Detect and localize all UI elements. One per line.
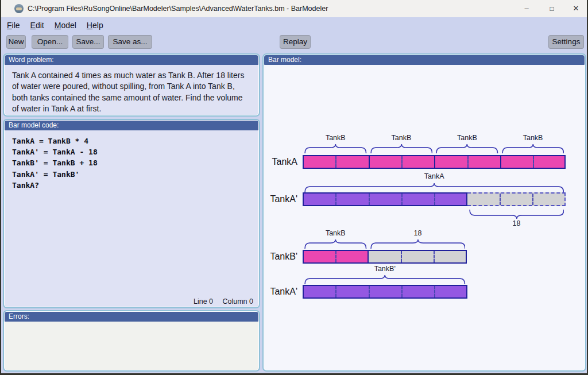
bar-divider-dashed (467, 156, 469, 168)
bar-model-canvas: TankATankBTankBTankBTankBTankA'TankA18Ta… (264, 55, 585, 370)
bar-row-label: TankB' (264, 252, 297, 262)
bar-divider-dashed (369, 286, 370, 297)
status-column: Column 0 (223, 297, 254, 306)
bar-model-code-panel: Bar model code: TankA = TankB * 4 TankA'… (3, 119, 260, 308)
code-line: TankA? (12, 180, 251, 191)
brace-above (304, 144, 367, 153)
bar-segment (369, 250, 467, 264)
brace-above (304, 183, 564, 192)
brace-above (370, 239, 466, 249)
brace-label: TankA (303, 172, 566, 180)
bar-divider-dashed (434, 286, 435, 297)
brace-label: 18 (369, 229, 467, 237)
errors-panel: Errors: (3, 310, 260, 372)
code-line: TankB' = TankB + 18 (12, 157, 251, 168)
brace-label: TankB (500, 134, 566, 142)
bar-divider-dashed (335, 286, 336, 297)
brace-label: TankB (369, 134, 435, 142)
errors-body (5, 322, 258, 370)
bar-segment (303, 192, 467, 206)
cursor-position-status: Line 0 Column 0 (186, 297, 253, 306)
close-button[interactable]: ✕ (566, 0, 586, 17)
bar-divider-solid (369, 156, 370, 168)
word-problem-text: Tank A contained 4 times as much water a… (5, 65, 258, 119)
bar-model-code-header: Bar model code: (5, 121, 258, 130)
brace-label: 18 (467, 219, 566, 227)
bar-divider-dashed (434, 251, 435, 262)
bar-segment (303, 285, 467, 299)
titlebar: C:\Program Files\RuSongOnline\BarModeler… (1, 0, 587, 17)
open-button[interactable]: Open... (32, 35, 68, 49)
window-title: C:\Program Files\RuSongOnline\BarModeler… (28, 5, 328, 13)
errors-header: Errors: (5, 312, 258, 322)
bar-divider-dashed (369, 194, 370, 205)
brace-label: TankB (434, 134, 500, 142)
settings-button[interactable]: Settings (548, 35, 584, 49)
code-line: TankA' = TankB' (12, 169, 251, 180)
bar-divider-dashed (401, 251, 402, 262)
brace-below (469, 210, 564, 219)
code-line: TankA' = TankA - 18 (12, 146, 251, 157)
menu-item-help[interactable]: Help (82, 19, 109, 32)
maximize-button[interactable]: □ (542, 0, 562, 17)
bar-divider-dashed (401, 286, 403, 297)
code-editor[interactable]: TankA = TankB * 4 TankA' = TankA - 18 Ta… (5, 130, 258, 307)
bar-row-label: TankA' (264, 194, 297, 204)
brace-above (436, 144, 498, 153)
brace-above (304, 239, 367, 249)
menu-item-file[interactable]: File (2, 19, 25, 32)
brace-label: TankB' (303, 265, 467, 273)
code-line: TankA = TankB * 4 (12, 136, 251, 146)
app-icon (14, 4, 24, 13)
menu-item-model[interactable]: Model (49, 19, 82, 32)
bar-row-label: TankA (264, 157, 297, 167)
bar-divider-dashed (335, 194, 336, 205)
bar-divider-dashed (532, 194, 533, 205)
bar-divider-dashed (401, 156, 403, 168)
menu-item-edit[interactable]: Edit (25, 19, 49, 32)
word-problem-header: Word problem: (5, 55, 258, 65)
bar-model-panel: Bar model: TankATankBTankBTankBTankBTank… (262, 53, 586, 372)
bar-divider-dashed (434, 194, 435, 205)
brace-above (304, 275, 466, 284)
bar-divider-dashed (533, 156, 534, 168)
app-window: C:\Program Files\RuSongOnline\BarModeler… (1, 0, 587, 373)
word-problem-body[interactable]: Tank A contained 4 times as much water a… (5, 65, 258, 115)
bar-segment (303, 155, 566, 169)
bar-row-label: TankA' (264, 287, 297, 297)
brace-label: TankB (303, 134, 369, 142)
status-line: Line 0 (194, 297, 213, 306)
brace-above (370, 144, 433, 153)
save-button[interactable]: Save... (72, 35, 104, 49)
bar-divider-solid (434, 156, 435, 168)
new-button[interactable]: New (6, 35, 26, 49)
brace-label: TankB (303, 229, 369, 237)
bar-divider-dashed (335, 251, 336, 262)
replay-button[interactable]: Replay (280, 35, 311, 49)
brace-above (502, 144, 564, 153)
bar-divider-solid (500, 156, 501, 168)
menubar: File Edit Model Help (1, 17, 587, 33)
minimize-button[interactable]: – (517, 0, 536, 17)
save-as-button[interactable]: Save as... (108, 35, 152, 49)
bar-divider-dashed (401, 194, 403, 205)
bar-divider-dashed (500, 194, 501, 205)
bar-segment (303, 250, 369, 264)
word-problem-panel: Word problem: Tank A contained 4 times a… (3, 53, 260, 117)
bar-divider-dashed (335, 156, 336, 168)
bar-segment (467, 192, 566, 206)
